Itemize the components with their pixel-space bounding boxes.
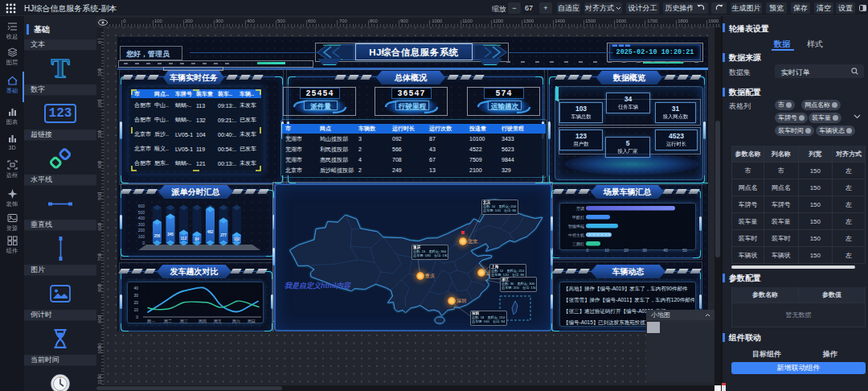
- svg-text:10: 10: [604, 248, 609, 253]
- svg-text:40: 40: [663, 248, 668, 253]
- svg-text:256: 256: [154, 234, 161, 238]
- svg-text:600: 600: [138, 204, 145, 208]
- svg-text:三脚灯: 三脚灯: [572, 241, 584, 247]
- svg-text:277: 277: [220, 233, 227, 237]
- svg-text:500: 500: [138, 210, 145, 215]
- svg-text:周五: 周五: [214, 319, 222, 323]
- svg-text:中控主机: 中控主机: [568, 233, 584, 237]
- svg-text:20: 20: [624, 248, 628, 253]
- svg-text:112: 112: [181, 237, 187, 241]
- svg-text:40: 40: [133, 286, 138, 290]
- svg-text:周一: 周一: [147, 319, 155, 323]
- svg-text:甲醛灯: 甲醛灯: [572, 215, 584, 220]
- svg-text:周六: 周六: [232, 319, 240, 323]
- svg-text:10: 10: [133, 307, 138, 312]
- svg-text:462: 462: [207, 230, 214, 234]
- svg-text:周三: 周三: [180, 319, 188, 323]
- svg-text:100: 100: [138, 234, 145, 239]
- svg-text:周二: 周二: [164, 319, 172, 323]
- svg-text:0: 0: [136, 315, 138, 319]
- svg-text:0: 0: [587, 248, 589, 253]
- svg-text:周日: 周日: [248, 319, 256, 323]
- svg-text:智能终端: 智能终端: [568, 224, 584, 229]
- svg-text:50: 50: [682, 248, 687, 253]
- svg-text:30: 30: [133, 293, 138, 298]
- svg-text:345: 345: [167, 233, 174, 237]
- svg-text:周四: 周四: [199, 319, 207, 323]
- svg-text:84: 84: [194, 237, 199, 241]
- svg-text:300: 300: [138, 222, 145, 227]
- svg-text:空调: 空调: [576, 206, 584, 212]
- svg-text:200: 200: [138, 228, 145, 233]
- svg-text:0: 0: [142, 241, 145, 245]
- svg-text:20: 20: [133, 300, 138, 305]
- svg-text:400: 400: [138, 216, 145, 220]
- svg-text:102: 102: [234, 237, 240, 241]
- svg-text:30: 30: [642, 248, 647, 253]
